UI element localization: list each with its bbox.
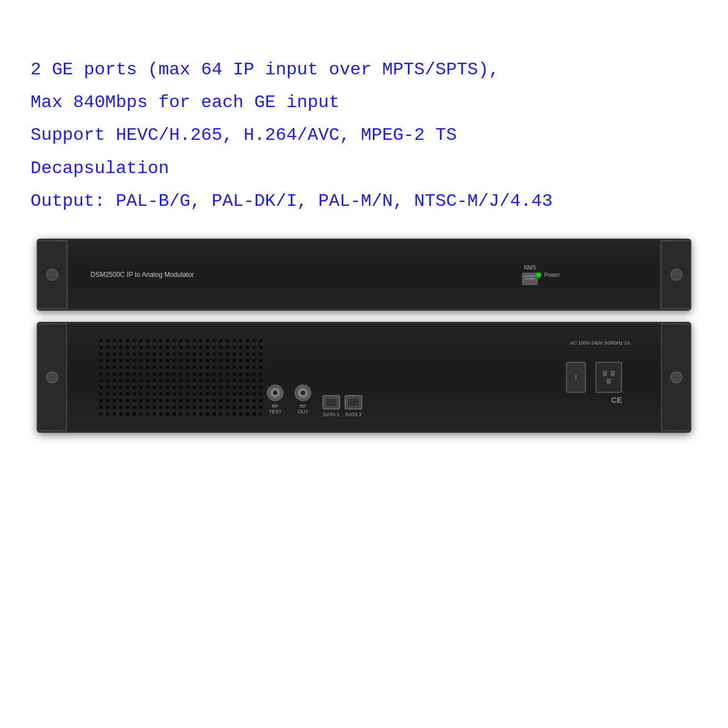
power-switch[interactable] (566, 362, 586, 393)
iec-top-pins (603, 371, 615, 376)
iec-pin-left (603, 371, 607, 376)
page-container: 2 GE ports (max 64 IP input over MPTS/SP… (0, 0, 728, 728)
back-rack-ear-right (661, 323, 691, 431)
device-front-panel: DSM2500C IP to Analog Modulator NMS Powe… (37, 239, 691, 311)
ac-label: AC 100V-240V 50/60Hz 2A (570, 340, 630, 346)
rj45-port-2 (345, 395, 362, 410)
rack-ear-left (37, 240, 67, 309)
front-panel-body: DSM2500C IP to Analog Modulator NMS Powe… (67, 240, 661, 309)
data-ports-area: DATA 1 DATA 2 (322, 395, 362, 417)
nms-port-area: NMS (522, 265, 538, 285)
iec-pin-right (610, 371, 615, 376)
power-led (537, 272, 541, 277)
spec-line-4: Decapsulation (31, 154, 697, 183)
rj45-port-1 (322, 395, 340, 410)
iec-socket (595, 362, 622, 393)
back-panel-body: RF TEST RF OUT DATA 1 DATA 2 (67, 323, 661, 431)
ce-mark: CE (611, 396, 622, 405)
data-port-1: DATA 1 (322, 395, 340, 417)
vent-holes (98, 337, 264, 417)
spec-line-1: 2 GE ports (max 64 IP input over MPTS/SP… (31, 55, 697, 84)
vent-area (98, 337, 264, 417)
spec-line-5: Output: PAL-B/G, PAL-DK/I, PAL-M/N, NTSC… (31, 187, 697, 215)
specs-section: 2 GE ports (max 64 IP input over MPTS/SP… (31, 55, 697, 220)
nms-port (522, 273, 538, 285)
back-rack-ear-left (37, 323, 67, 431)
iec-pin-bottom (606, 378, 611, 384)
device-label: DSM2500C IP to Analog Modulator (90, 271, 194, 279)
nms-label: NMS (524, 265, 536, 271)
rf-out-label: RF OUT (298, 403, 309, 414)
devices-section: DSM2500C IP to Analog Modulator NMS Powe… (28, 239, 700, 433)
device-back-panel: RF TEST RF OUT DATA 1 DATA 2 (37, 322, 691, 433)
power-label: Power (544, 272, 560, 278)
rf-test-label: RF TEST (269, 403, 281, 414)
data2-label: DATA 2 (345, 412, 362, 417)
rf-out-connector: RF OUT (295, 385, 311, 414)
power-indicator: Power (537, 272, 560, 278)
rf-test-bnc (267, 385, 284, 401)
power-section: AC 100V-240V 50/60Hz 2A CE (519, 335, 630, 420)
rf-test-connector: RF TEST (267, 385, 284, 414)
rf-connectors-area: RF TEST RF OUT (267, 385, 311, 414)
spec-line-2: Max 840Mbps for each GE input (31, 88, 697, 117)
rack-ear-right (661, 240, 691, 309)
data-port-2: DATA 2 (345, 395, 362, 417)
data1-label: DATA 1 (323, 412, 340, 417)
spec-line-3: Support HEVC/H.265, H.264/AVC, MPEG-2 TS (31, 121, 697, 149)
rf-out-bnc (295, 385, 311, 401)
